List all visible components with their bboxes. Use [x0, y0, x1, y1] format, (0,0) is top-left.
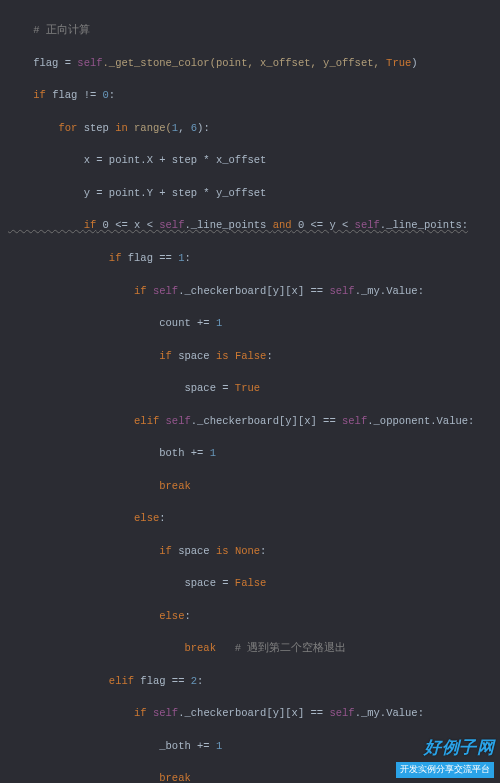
- code-line: # 正向计算: [8, 22, 500, 38]
- code-line: space = False: [8, 575, 500, 591]
- code-line: elif flag == 2:: [8, 673, 500, 689]
- code-line: space = True: [8, 380, 500, 396]
- code-editor[interactable]: # 正向计算 flag = self._get_stone_color(poin…: [0, 0, 500, 783]
- code-line: if space is False:: [8, 348, 500, 364]
- code-line: if 0 <= x < self._line_points and 0 <= y…: [8, 217, 500, 233]
- code-line: break: [8, 770, 500, 783]
- code-line: if flag == 1:: [8, 250, 500, 266]
- code-line: if flag != 0:: [8, 87, 500, 103]
- code-line: flag = self._get_stone_color(point, x_of…: [8, 55, 500, 71]
- code-line: if self._checkerboard[y][x] == self._my.…: [8, 283, 500, 299]
- code-line: if space is None:: [8, 543, 500, 559]
- code-line: break # 遇到第二个空格退出: [8, 640, 500, 656]
- code-line: else:: [8, 608, 500, 624]
- code-line: for step in range(1, 6):: [8, 120, 500, 136]
- code-line: count += 1: [8, 315, 500, 331]
- comment: # 正向计算: [33, 24, 90, 36]
- code-line: y = point.Y + step * y_offset: [8, 185, 500, 201]
- code-line: x = point.X + step * x_offset: [8, 152, 500, 168]
- code-line: _both += 1: [8, 738, 500, 754]
- code-line: else:: [8, 510, 500, 526]
- code-line: if self._checkerboard[y][x] == self._my.…: [8, 705, 500, 721]
- code-line: both += 1: [8, 445, 500, 461]
- code-line: break: [8, 478, 500, 494]
- code-line: elif self._checkerboard[y][x] == self._o…: [8, 413, 500, 429]
